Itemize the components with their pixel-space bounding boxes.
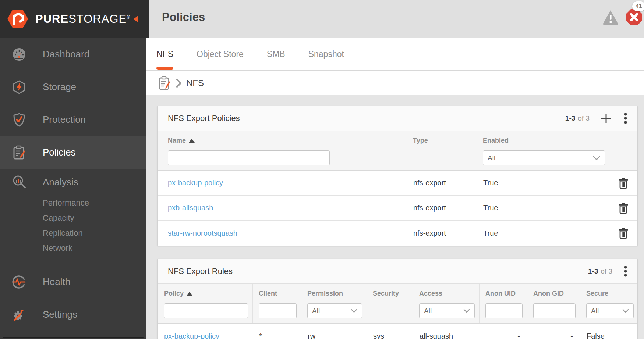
column-actions <box>609 131 637 170</box>
column-type: Type <box>407 131 477 170</box>
selected-value: All <box>312 307 320 315</box>
tab-nfs[interactable]: NFS <box>156 38 173 70</box>
table-row: star-rw-norootsquash nfs-export True <box>158 221 637 246</box>
tab-label: Object Store <box>197 49 244 59</box>
column-label[interactable]: Policy <box>164 290 184 297</box>
sidebar-item-analysis[interactable]: Analysis <box>0 169 146 195</box>
policy-link[interactable]: px-backup-policy <box>168 179 223 187</box>
warning-icon[interactable] <box>602 9 619 25</box>
permission-filter-select[interactable]: All <box>307 303 362 318</box>
delete-icon[interactable] <box>618 177 629 189</box>
column-label[interactable]: Security <box>373 290 399 297</box>
column-anon-gid: Anon GID <box>527 284 580 323</box>
anon-gid-filter-input[interactable] <box>533 303 576 318</box>
selected-value: All <box>424 307 432 315</box>
name-filter-input[interactable] <box>168 150 330 165</box>
sort-ascending-icon[interactable] <box>187 292 192 296</box>
selected-value: All <box>488 154 495 162</box>
gauge-icon <box>12 47 26 62</box>
sidebar-collapse-icon[interactable] <box>133 16 138 22</box>
column-permission: Permission All <box>301 284 367 323</box>
logo-pure: PURE <box>35 13 68 25</box>
sidebar-subitem-label: Replication <box>43 228 83 238</box>
sidebar-item-health[interactable]: Health <box>0 265 146 298</box>
secure-filter-select[interactable]: All <box>586 303 634 318</box>
nfs-export-policies-panel: NFS Export Policies 1-3 of 3 Name Type E… <box>157 106 638 246</box>
logo-band: PURESTORAGE® <box>0 0 149 38</box>
add-policy-button[interactable] <box>600 112 612 125</box>
critical-alert-icon[interactable] <box>626 9 643 26</box>
delete-icon[interactable] <box>618 227 629 239</box>
policy-link[interactable]: pxb-allsquash <box>168 204 213 212</box>
horizontal-scrollbar[interactable] <box>3 337 144 338</box>
storage-hexagon-icon <box>12 80 26 94</box>
enabled-filter-select[interactable]: All <box>483 150 605 165</box>
sidebar-subitem-performance[interactable]: Performance <box>0 195 146 210</box>
chevron-down-icon <box>463 309 470 313</box>
kebab-menu-icon <box>624 265 627 277</box>
column-enabled: Enabled All <box>477 131 609 170</box>
chevron-down-icon <box>593 156 600 160</box>
client-filter-input[interactable] <box>259 303 297 318</box>
cell-security: sys <box>367 332 413 339</box>
column-secure: Secure All <box>580 284 638 323</box>
sidebar-subitem-label: Capacity <box>43 213 74 223</box>
column-label[interactable]: Name <box>168 137 186 144</box>
sidebar-item-settings[interactable]: Settings <box>0 298 146 331</box>
sidebar-subitem-label: Network <box>43 243 72 253</box>
cell-enabled: True <box>477 229 609 238</box>
clipboard-pencil-icon[interactable] <box>158 76 171 90</box>
plus-icon <box>601 113 612 124</box>
sidebar-subitem-replication[interactable]: Replication <box>0 225 146 240</box>
sort-ascending-icon[interactable] <box>189 139 195 143</box>
access-filter-select[interactable]: All <box>419 303 475 318</box>
sidebar-item-label: Settings <box>43 309 77 320</box>
cell-type: nfs-export <box>407 179 477 187</box>
table-row: px-backup-policy * rw sys all-squash - -… <box>158 324 637 339</box>
delete-icon[interactable] <box>618 202 629 214</box>
sidebar-item-label: Dashboard <box>43 49 89 60</box>
tab-bar: NFS Object Store SMB Snapshot <box>146 38 644 71</box>
cell-enabled: True <box>477 179 609 187</box>
page-title: Policies <box>162 11 205 24</box>
sidebar: PURESTORAGE® Dashboard Storage <box>0 0 146 339</box>
policy-filter-input[interactable] <box>164 303 248 318</box>
column-label[interactable]: Access <box>419 290 442 297</box>
panel-menu-button[interactable] <box>622 112 629 125</box>
tab-object-store[interactable]: Object Store <box>197 38 244 70</box>
column-label[interactable]: Permission <box>307 290 343 297</box>
tab-smb[interactable]: SMB <box>267 38 285 70</box>
policy-link[interactable]: px-backup-policy <box>164 332 219 339</box>
selected-value: All <box>591 307 599 315</box>
table-row: pxb-allsquash nfs-export True <box>158 196 637 221</box>
sidebar-subitem-capacity[interactable]: Capacity <box>0 210 146 225</box>
sidebar-item-storage[interactable]: Storage <box>0 71 146 103</box>
kebab-menu-icon <box>624 113 627 124</box>
column-label[interactable]: Secure <box>586 290 608 297</box>
policy-link[interactable]: star-rw-norootsquash <box>168 229 237 237</box>
sidebar-item-protection[interactable]: Protection <box>0 103 146 136</box>
panel-menu-button[interactable] <box>622 265 629 278</box>
chevron-down-icon <box>622 309 629 313</box>
column-label[interactable]: Type <box>413 137 428 144</box>
column-anon-uid: Anon UID <box>480 284 527 323</box>
tab-snapshot[interactable]: Snapshot <box>308 38 344 70</box>
cell-anon-uid: - <box>480 332 527 339</box>
sidebar-item-label: Health <box>43 276 70 288</box>
sidebar-subitem-network[interactable]: Network <box>0 240 146 256</box>
sidebar-item-policies[interactable]: Policies <box>0 136 146 169</box>
anon-uid-filter-input[interactable] <box>485 303 523 318</box>
tab-label: NFS <box>156 49 173 59</box>
column-label[interactable]: Anon UID <box>485 290 516 297</box>
column-label[interactable]: Client <box>259 290 277 297</box>
sidebar-item-dashboard[interactable]: Dashboard <box>0 38 146 71</box>
chevron-right-icon <box>176 78 182 88</box>
column-label[interactable]: Anon GID <box>533 290 564 297</box>
row-count-total: of 3 <box>578 114 590 122</box>
panel-title: NFS Export Rules <box>168 267 233 276</box>
chevron-down-icon <box>351 309 357 313</box>
logo-wordmark: PURESTORAGE® <box>35 13 130 26</box>
column-label[interactable]: Enabled <box>483 137 509 144</box>
cell-type: nfs-export <box>407 229 477 238</box>
clipboard-pencil-icon <box>12 145 26 160</box>
